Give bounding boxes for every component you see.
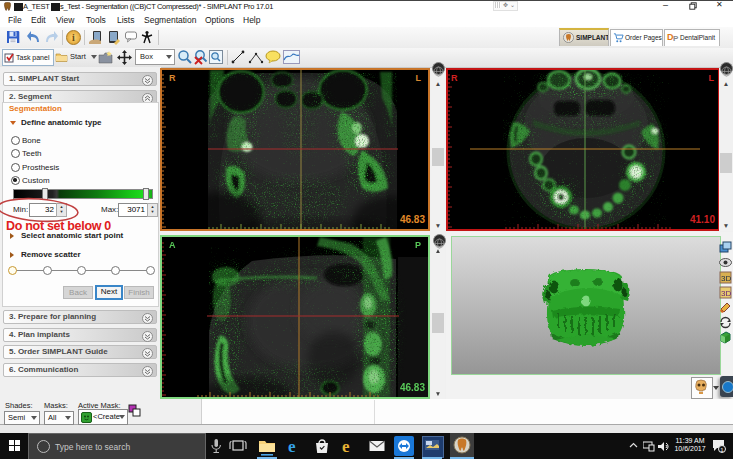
svg-text:e: e — [288, 437, 296, 456]
svg-text:3D: 3D — [721, 274, 731, 283]
svg-text:3D: 3D — [721, 289, 731, 298]
svg-text:e: e — [342, 437, 350, 456]
